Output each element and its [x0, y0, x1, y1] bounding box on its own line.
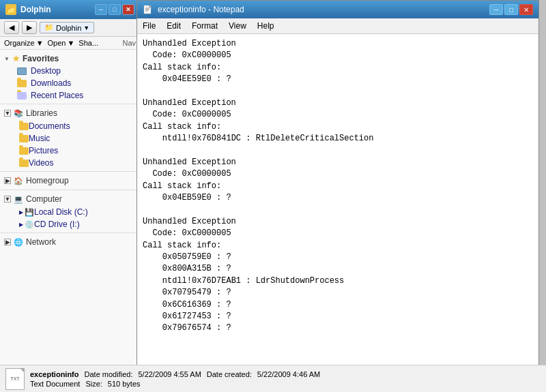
- address-bar[interactable]: 📁 Dolphin ▼: [40, 22, 94, 33]
- computer-label: Computer: [26, 194, 62, 204]
- sidebar: ▼ ★ Favorites Desktop Downloads Recent P…: [0, 50, 140, 252]
- sidebar-item-local-disk[interactable]: ▶ 💾 Local Disk (C:): [0, 206, 140, 218]
- explorer-icon: 📁: [5, 4, 16, 15]
- notepad-maximize-button[interactable]: □: [504, 4, 518, 15]
- open-label: Open: [48, 39, 66, 47]
- libraries-label: Libraries: [26, 108, 57, 118]
- network-header[interactable]: ▶ 🌐 Network: [0, 235, 140, 249]
- sidebar-item-desktop[interactable]: Desktop: [0, 65, 140, 77]
- notepad-content-area[interactable]: Unhandled Exception Code: 0xC0000005 Cal…: [137, 34, 538, 391]
- share-button[interactable]: Sha...: [78, 39, 98, 47]
- maximize-button[interactable]: □: [109, 4, 121, 15]
- nav-label: Nav: [122, 39, 136, 47]
- address-bar-row: ◀ ▶ 📁 Dolphin ▼: [0, 19, 140, 37]
- homegroup-label: Homegroup: [26, 176, 69, 185]
- libraries-header[interactable]: ▼ 📚 Libraries: [0, 106, 140, 120]
- sidebar-cd-drive-label: CD Drive (I:): [34, 220, 80, 229]
- homegroup-expand-icon[interactable]: ▶: [4, 177, 11, 184]
- sidebar-item-recent-places[interactable]: Recent Places: [0, 89, 140, 102]
- sidebar-recent-label: Recent Places: [31, 91, 83, 100]
- notepad-titlebar: exceptioninfo - Notepad ─ □ ✕: [137, 1, 538, 18]
- sidebar-item-cd-drive[interactable]: ▶ 💿 CD Drive (I:): [0, 218, 140, 230]
- network-label: Network: [26, 237, 56, 247]
- downloads-folder-icon: [16, 78, 27, 88]
- recent-places-icon: [16, 91, 27, 100]
- organize-label: Organize: [4, 39, 35, 47]
- status-date-created-label: Date created:: [207, 370, 252, 378]
- sidebar-divider-1: [0, 104, 140, 104]
- computer-expand-icon[interactable]: ▼: [4, 196, 11, 202]
- status-type: Text Document: [30, 380, 80, 388]
- sidebar-documents-label: Documents: [29, 121, 70, 131]
- computer-header[interactable]: ▼ 💻 Computer: [0, 192, 140, 206]
- homegroup-header[interactable]: ▶ 🏠 Homegroup: [0, 174, 140, 187]
- status-size: 510 bytes: [108, 380, 141, 388]
- organize-arrow: ▼: [36, 39, 44, 47]
- menu-file[interactable]: File: [137, 20, 161, 32]
- notepad-minimize-button[interactable]: ─: [489, 4, 503, 15]
- explorer-title: Dolphin: [20, 5, 51, 14]
- open-arrow: ▼: [67, 39, 74, 47]
- close-button[interactable]: ✕: [122, 4, 134, 15]
- notepad-close-button[interactable]: ✕: [519, 4, 533, 15]
- svg-rect-1: [149, 5, 151, 7]
- sidebar-divider-3: [0, 190, 140, 190]
- sidebar-local-disk-label: Local Disk (C:): [34, 207, 88, 217]
- libraries-expand-icon[interactable]: ▼: [4, 110, 11, 117]
- computer-icon: 💻: [14, 195, 23, 204]
- cd-drive-expand[interactable]: ▶: [19, 222, 23, 228]
- notepad-text: Unhandled Exception Code: 0xC0000005 Cal…: [143, 38, 533, 335]
- menu-help[interactable]: Help: [252, 20, 280, 32]
- sidebar-videos-label: Videos: [29, 158, 53, 168]
- local-disk-icon: 💾: [25, 207, 34, 217]
- sidebar-item-downloads[interactable]: Downloads: [0, 77, 140, 89]
- sidebar-desktop-label: Desktop: [31, 66, 61, 76]
- notepad-icon: [143, 4, 154, 15]
- explorer-titlebar: 📁 Dolphin ─ □ ✕: [0, 0, 140, 19]
- status-date-modified-label: Date modified:: [85, 370, 133, 378]
- window-controls: ─ □ ✕: [95, 4, 134, 15]
- back-button[interactable]: ◀: [4, 21, 19, 34]
- desktop-icon: [16, 66, 27, 76]
- documents-icon: [19, 123, 29, 130]
- menu-format[interactable]: Format: [186, 20, 223, 32]
- favorites-arrow: ▼: [4, 56, 10, 62]
- open-button[interactable]: Open ▼: [48, 39, 75, 47]
- status-row-2: Text Document Size: 510 bytes: [30, 380, 320, 388]
- sidebar-item-pictures[interactable]: Pictures: [0, 145, 140, 157]
- libraries-folder-icon: 📚: [14, 109, 23, 118]
- cd-drive-icon: 💿: [25, 220, 34, 229]
- status-size-label: Size:: [85, 380, 102, 388]
- status-info: exceptioninfo Date modified: 5/22/2009 4…: [30, 370, 320, 388]
- notepad-window-controls: ─ □ ✕: [489, 4, 533, 15]
- status-filename: exceptioninfo: [30, 370, 79, 378]
- sidebar-divider-4: [0, 232, 140, 233]
- notepad-menubar: File Edit Format View Help: [137, 18, 538, 34]
- status-file-icon: TXT: [5, 368, 25, 390]
- sidebar-item-videos[interactable]: Videos: [0, 157, 140, 169]
- menu-edit[interactable]: Edit: [161, 20, 186, 32]
- notepad-title: exceptioninfo - Notepad: [158, 5, 489, 14]
- network-icon: 🌐: [14, 238, 23, 247]
- status-date-created: 5/22/2009 4:46 AM: [257, 370, 320, 378]
- sidebar-music-label: Music: [29, 134, 50, 143]
- network-expand-icon[interactable]: ▶: [4, 239, 11, 245]
- local-disk-expand[interactable]: ▶: [19, 209, 23, 215]
- sidebar-item-documents[interactable]: Documents: [0, 120, 140, 132]
- organize-button[interactable]: Organize ▼: [4, 39, 44, 47]
- sidebar-pictures-label: Pictures: [29, 146, 58, 155]
- pictures-icon: [19, 147, 29, 155]
- favorites-header[interactable]: ▼ ★ Favorites: [0, 52, 140, 65]
- share-label: Sha...: [78, 39, 98, 47]
- sidebar-item-music[interactable]: Music: [0, 132, 140, 145]
- favorites-star-icon: ★: [12, 54, 20, 63]
- videos-icon: [19, 160, 29, 167]
- address-value: Dolphin: [56, 24, 81, 32]
- sidebar-downloads-label: Downloads: [31, 78, 71, 88]
- status-date-modified: 5/22/2009 4:55 AM: [138, 370, 201, 378]
- minimize-button[interactable]: ─: [95, 4, 107, 15]
- menu-view[interactable]: View: [223, 20, 252, 32]
- favorites-label: Favorites: [23, 54, 59, 63]
- notepad-window: exceptioninfo - Notepad ─ □ ✕ File Edit …: [136, 0, 539, 392]
- forward-button[interactable]: ▶: [22, 21, 37, 34]
